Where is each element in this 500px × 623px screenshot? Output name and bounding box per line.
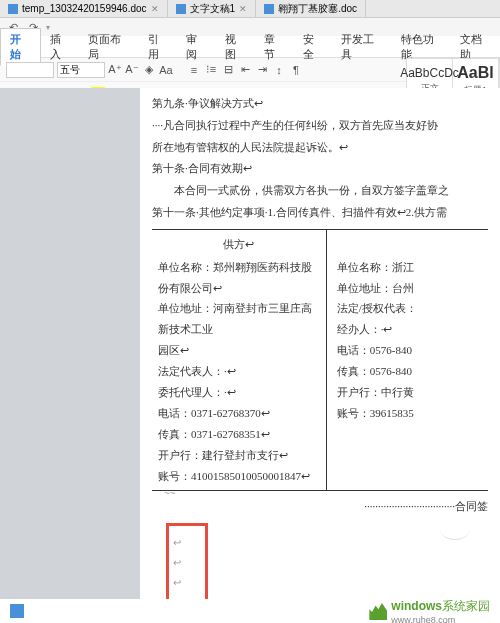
supplier-phone: 电话：0371-62768370↩ [158,403,320,424]
close-icon[interactable]: ✕ [239,4,247,14]
para-text: 本合同一式贰份，供需双方各执一份，自双方签字盖章之 [152,181,488,201]
show-marks-icon[interactable]: ¶ [289,63,303,77]
bullets-icon[interactable]: ≡ [187,63,201,77]
supplier-agent: 委托代理人：·↩ [158,382,320,403]
tab-review[interactable]: 审阅 [177,29,216,65]
font-family-select[interactable] [6,62,54,78]
demander-handler: 经办人：·↩ [337,319,482,340]
increase-font-icon[interactable]: A⁺ [108,63,122,77]
highlighted-empty-lines: ↩↩↩↩↩↩↩ [166,523,208,599]
supplier-bank: 开户行：建行登封市支行↩ [158,445,320,466]
tab-label: temp_13032420159946.doc [22,3,147,14]
windows-logo-icon [369,602,387,620]
watermark-url: www.ruhe8.com [391,615,490,624]
style-preview-text: AaBl [457,64,493,82]
supplier-account: 账号：41001585010050001847↩ [158,466,320,487]
supplier-column: 供方↩ 单位名称：郑州翱翔医药科技股份有限公司↩ 单位地址：河南登封市三里庄高新… [152,230,327,491]
tab-label: 文字文稿1 [190,2,236,16]
decrease-font-icon[interactable]: A⁻ [125,63,139,77]
supplier-fax: 传真：0371-62768351↩ [158,424,320,445]
doc-icon [176,4,186,14]
tab-section[interactable]: 章节 [255,29,294,65]
supplier-name: 单位名称：郑州翱翔医药科技股份有限公司↩ [158,257,320,299]
para-text: ····凡合同执行过程中产生的任何纠纷，双方首先应当友好协 [152,116,488,136]
demander-phone: 电话：0576-840 [337,340,482,361]
document-area: 第九条·争议解决方式↩ ····凡合同执行过程中产生的任何纠纷，双方首先应当友好… [0,88,500,599]
ribbon-tabs: 开始 插入 页面布局 引用 审阅 视图 章节 安全 开发工具 特色功能 文档助 [0,36,500,58]
contract-table: 供方↩ 单位名称：郑州翱翔医药科技股份有限公司↩ 单位地址：河南登封市三里庄高新… [152,229,488,492]
doc-icon [8,4,18,14]
tab-view[interactable]: 视图 [216,29,255,65]
demander-legal: 法定/授权代表： [337,298,482,319]
watermark-sub: 系统家园 [442,599,490,613]
status-bar: windows系统家园 www.ruhe8.com [0,599,500,623]
supplier-address1: 单位地址：河南登封市三里庄高新技术工业 [158,298,320,340]
doc-status-icon[interactable] [10,604,24,618]
tab-home[interactable]: 开始 [0,28,41,66]
tab-security[interactable]: 安全 [294,29,333,65]
page-content[interactable]: 第九条·争议解决方式↩ ····凡合同执行过程中产生的任何纠纷，双方首先应当友好… [140,88,500,599]
page-curl-icon [440,519,480,549]
demander-fax: 传真：0576-840 [337,361,482,382]
para-article11: 第十一条·其他约定事项·1.合同传真件、扫描件有效↩2.供方需 [152,203,488,223]
left-margin [0,88,140,599]
watermark: windows系统家园 www.ruhe8.com [369,598,490,624]
watermark-brand: windows [391,599,442,613]
multilevel-icon[interactable]: ⊟ [221,63,235,77]
style-preview-text: AaBbCcDc [400,66,459,80]
demander-account: 账号：39615835 [337,403,482,424]
tab-developer[interactable]: 开发工具 [332,29,391,65]
tab-references[interactable]: 引用 [139,29,178,65]
para-article10: 第十条·合同有效期↩ [152,159,488,179]
demander-header [337,234,482,255]
para-article9: 第九条·争议解决方式↩ [152,94,488,114]
tab-insert[interactable]: 插入 [41,29,80,65]
para-text: 所在地有管辖权的人民法院提起诉讼。↩ [152,138,488,158]
demander-bank: 开户行：中行黄 [337,382,482,403]
appendix-line: ·································合同签 [152,497,488,517]
annotation-mark [164,486,184,502]
decrease-indent-icon[interactable]: ⇤ [238,63,252,77]
tab-layout[interactable]: 页面布局 [79,29,138,65]
supplier-address2: 园区↩ [158,340,320,361]
demander-address: 单位地址：台州 [337,278,482,299]
supplier-legal: 法定代表人：·↩ [158,361,320,382]
tab-label: 翱翔丁基胶塞.doc [278,2,357,16]
font-size-select[interactable] [57,62,105,78]
doc-tab-3[interactable]: 翱翔丁基胶塞.doc [256,0,366,17]
demander-name: 单位名称：浙江 [337,257,482,278]
doc-tab-1[interactable]: temp_13032420159946.doc ✕ [0,0,168,17]
close-icon[interactable]: ✕ [151,4,159,14]
supplier-header: 供方↩ [158,234,320,255]
change-case-icon[interactable]: Aa [159,63,173,77]
demander-column: 单位名称：浙江 单位地址：台州 法定/授权代表： 经办人：·↩ 电话：0576-… [327,230,488,491]
clear-format-icon[interactable]: ◈ [142,63,156,77]
sort-icon[interactable]: ↕ [272,63,286,77]
increase-indent-icon[interactable]: ⇥ [255,63,269,77]
doc-icon [264,4,274,14]
numbering-icon[interactable]: ⁝≡ [204,63,218,77]
doc-tab-2[interactable]: 文字文稿1 ✕ [168,0,257,17]
